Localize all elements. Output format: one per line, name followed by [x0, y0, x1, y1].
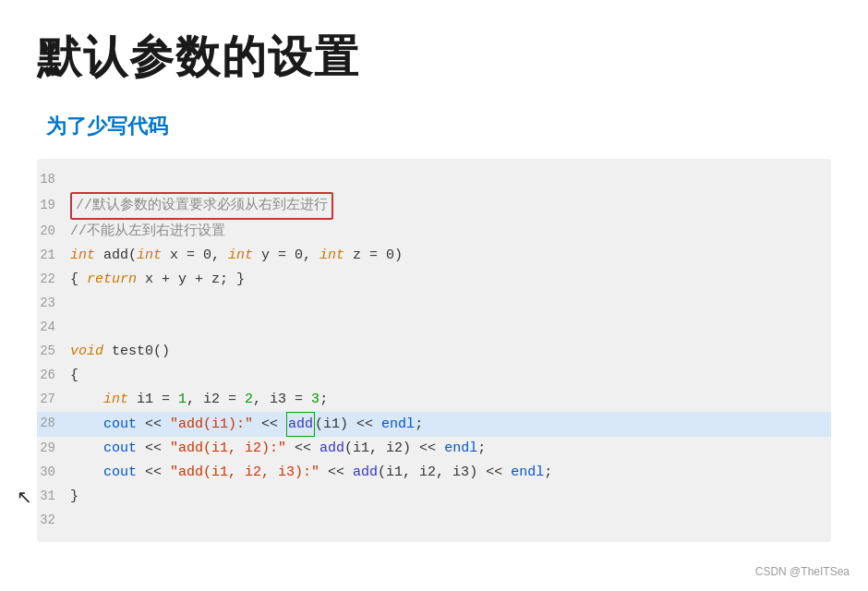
line-num-24: 24 [37, 317, 70, 339]
line-num-22: 22 [37, 269, 70, 291]
code-line-30: 30 cout << "add(i1, i2, i3):" << add(i1,… [37, 461, 831, 485]
code-content-28: cout << "add(i1):" << add(i1) << endl; [70, 412, 816, 438]
line-num-29: 29 [37, 438, 70, 460]
code-line-26: 26 { [37, 364, 831, 388]
code-content-30: cout << "add(i1, i2, i3):" << add(i1, i2… [70, 461, 816, 485]
code-line-29: 29 cout << "add(i1, i2):" << add(i1, i2)… [37, 437, 831, 461]
line-num-25: 25 [37, 341, 70, 363]
line-num-32: 32 [37, 510, 70, 532]
comment-boxed: //默认参数的设置要求必须从右到左进行 [70, 192, 333, 220]
code-line-32: 32 [37, 509, 831, 533]
code-content-31: } [70, 485, 816, 509]
code-content-32 [70, 509, 816, 533]
code-line-27: 27 int i1 = 1, i2 = 2, i3 = 3; [37, 388, 831, 412]
code-content-19: //默认参数的设置要求必须从右到左进行 [70, 192, 816, 220]
code-content-27: int i1 = 1, i2 = 2, i3 = 3; [70, 388, 816, 412]
code-content-29: cout << "add(i1, i2):" << add(i1, i2) <<… [70, 437, 816, 461]
line-num-28: 28 [37, 413, 70, 435]
line-num-26: 26 [37, 365, 70, 387]
code-content-18 [70, 168, 816, 192]
code-line-21: 21 int add(int x = 0, int y = 0, int z =… [37, 244, 831, 268]
code-content-21: int add(int x = 0, int y = 0, int z = 0) [70, 244, 816, 268]
code-content-23 [70, 292, 816, 316]
line-num-23: 23 [37, 293, 70, 315]
code-line-31: 31 } [37, 485, 831, 509]
line-num-27: 27 [37, 389, 70, 411]
line-num-30: 30 [37, 462, 70, 484]
line-num-31: 31 [37, 486, 70, 508]
code-line-24: 24 [37, 316, 831, 340]
line-num-19: 19 [37, 195, 70, 217]
code-content-22: { return x + y + z; } [70, 268, 816, 292]
code-line-28: 28 cout << "add(i1):" << add(i1) << endl… [37, 412, 831, 438]
code-content-20: //不能从左到右进行设置 [70, 220, 816, 244]
page-container: 默认参数的设置 为了少写代码 18 19 //默认参数的设置要求必须从右到左进行… [0, 0, 868, 591]
code-line-20: 20 //不能从左到右进行设置 [37, 220, 831, 244]
cursor-box: add [286, 412, 315, 438]
code-line-19: 19 //默认参数的设置要求必须从右到左进行 [37, 192, 831, 220]
subtitle: 为了少写代码 [37, 113, 831, 140]
code-line-22: 22 { return x + y + z; } [37, 268, 831, 292]
line-num-18: 18 [37, 169, 70, 191]
code-content-26: { [70, 364, 816, 388]
line-num-20: 20 [37, 221, 70, 243]
line-num-21: 21 [37, 245, 70, 267]
code-content-25: void test0() [70, 340, 816, 364]
code-block: 18 19 //默认参数的设置要求必须从右到左进行 20 //不能从左到右进行设… [37, 159, 831, 542]
page-title: 默认参数的设置 [37, 28, 831, 87]
code-content-24 [70, 316, 816, 340]
code-line-25: 25 void test0() [37, 340, 831, 364]
mouse-cursor: ↖ [17, 488, 32, 506]
watermark: CSDN @TheITSea [755, 565, 850, 578]
code-line-18: 18 [37, 168, 831, 192]
code-line-23: 23 [37, 292, 831, 316]
